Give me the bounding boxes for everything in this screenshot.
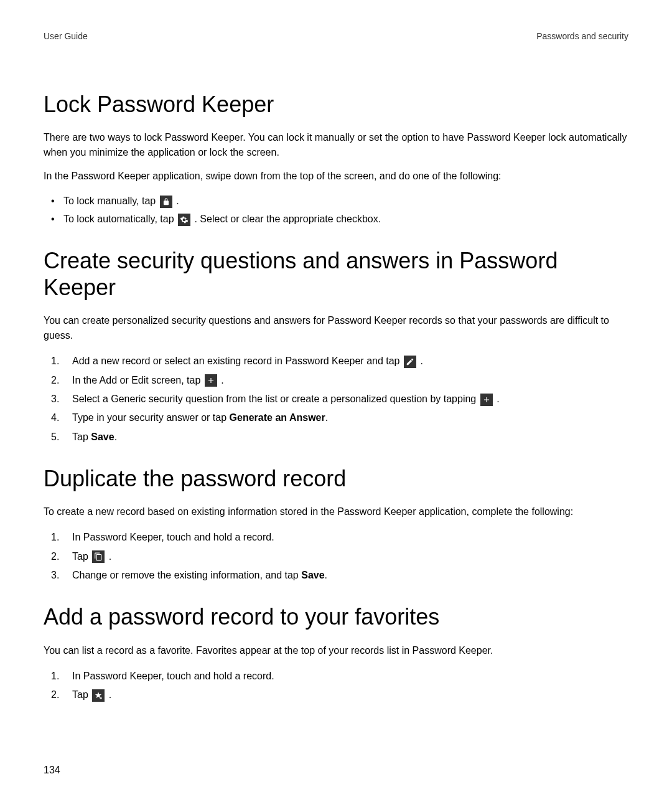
document-page: User Guide Passwords and security Lock P… [0, 0, 672, 748]
page-header: User Guide Passwords and security [44, 31, 628, 41]
gear-icon [178, 214, 190, 226]
section4-step1: In Password Keeper, touch and hold a rec… [51, 667, 628, 686]
header-right: Passwords and security [536, 31, 628, 41]
text-fragment: . [221, 375, 223, 385]
section4-step2: Tap . [51, 686, 628, 704]
star-add-icon [92, 689, 105, 702]
text-fragment: To lock automatically, tap [63, 214, 177, 224]
text-fragment: . [109, 551, 111, 562]
section3-title: Duplicate the password record [44, 465, 628, 492]
text-fragment: Add a new record or select an existing r… [72, 356, 403, 366]
section2-step3: Select a Generic security question from … [51, 390, 628, 408]
section1-bullets: To lock manually, tap . To lock automati… [44, 192, 628, 229]
plus-icon [205, 374, 217, 387]
section1-paragraph1: There are two ways to lock Password Keep… [44, 130, 628, 160]
section2-step4: Type in your security answer or tap Gene… [51, 408, 628, 427]
section4-title: Add a password record to your favorites [44, 603, 628, 630]
section3-step2: Tap . [51, 547, 628, 566]
text-fragment: . [109, 689, 111, 700]
text-fragment: Select a Generic security question from … [72, 394, 479, 404]
text-fragment: Tap [72, 432, 91, 442]
text-fragment: . [420, 356, 422, 366]
bold-text: Save [91, 432, 114, 442]
section2-steps: Add a new record or select an existing r… [44, 352, 628, 446]
text-fragment: . [176, 196, 179, 206]
section2-step2: In the Add or Edit screen, tap . [51, 371, 628, 390]
text-fragment: . [325, 412, 328, 423]
bold-text: Save [301, 570, 324, 580]
text-fragment: . [497, 394, 499, 404]
page-number: 134 [44, 765, 60, 776]
text-fragment: Tap [72, 689, 91, 700]
section3-paragraph1: To create a new record based on existing… [44, 504, 628, 519]
header-left: User Guide [44, 31, 88, 41]
section1-bullet2: To lock automatically, tap . Select or c… [55, 210, 628, 229]
text-fragment: Type in your security answer or tap [72, 412, 230, 423]
section3-step1: In Password Keeper, touch and hold a rec… [51, 528, 628, 547]
edit-icon [404, 356, 416, 368]
text-fragment: To lock manually, tap [63, 196, 159, 206]
section2-step1: Add a new record or select an existing r… [51, 352, 628, 370]
text-fragment: . [114, 432, 117, 442]
section2-paragraph1: You can create personalized security que… [44, 313, 628, 343]
text-fragment: Tap [72, 551, 91, 562]
section3-step3: Change or remove the existing informatio… [51, 566, 628, 585]
text-fragment: . [325, 570, 327, 580]
section1-title: Lock Password Keeper [44, 91, 628, 118]
copy-icon [92, 550, 105, 563]
lock-icon [160, 196, 172, 208]
section4-steps: In Password Keeper, touch and hold a rec… [44, 667, 628, 705]
text-fragment: . Select or clear the appropriate checkb… [194, 214, 381, 224]
section2-title: Create security questions and answers in… [44, 247, 628, 301]
section4-paragraph1: You can list a record as a favorite. Fav… [44, 643, 628, 658]
section1-paragraph2: In the Password Keeper application, swip… [44, 169, 628, 184]
text-fragment: Change or remove the existing informatio… [72, 570, 301, 580]
text-fragment: In the Add or Edit screen, tap [72, 375, 203, 385]
section3-steps: In Password Keeper, touch and hold a rec… [44, 528, 628, 585]
plus-icon [480, 394, 493, 406]
bold-text: Generate an Answer [230, 412, 325, 423]
section1-bullet1: To lock manually, tap . [55, 192, 628, 210]
section2-step5: Tap Save. [51, 428, 628, 446]
